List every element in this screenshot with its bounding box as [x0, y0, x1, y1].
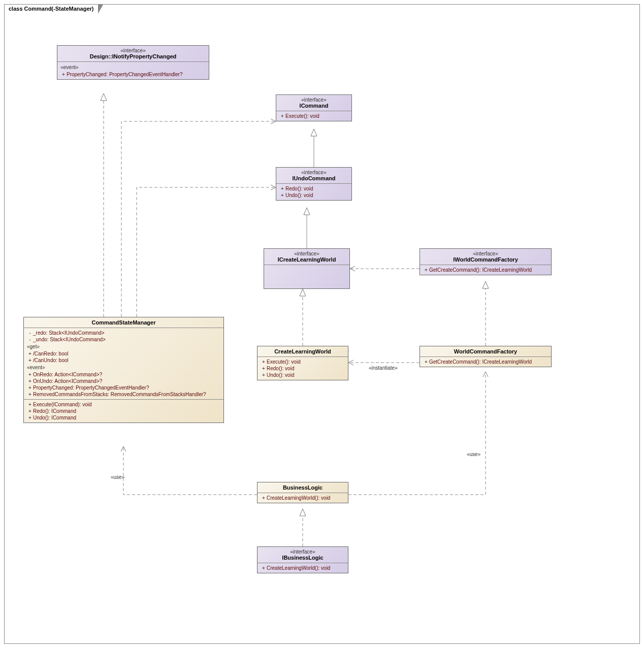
box-businesslogic: BusinessLogic +CreateLearningWorld(): vo… [257, 482, 348, 503]
frame-tab: class Command(-StateManager) [4, 4, 99, 13]
label-use-csm: «use» [111, 474, 124, 480]
label-instantiate: «instantiate» [369, 365, 398, 371]
box-createlearningworld: CreateLearningWorld +Execute(): void +Re… [257, 346, 348, 380]
diagram-frame: class Command(-StateManager) «interface»… [4, 4, 640, 644]
box-iundocommand: «interface» IUndoCommand +Redo(): void +… [276, 167, 352, 201]
box-worldcommandfactory: WorldCommandFactory +GetCreateCommand():… [420, 346, 552, 367]
box-commandstatemanager: CommandStateManager -_redo: Stack<IUndoC… [23, 317, 224, 423]
diagram-title: class Command(-StateManager) [9, 6, 94, 12]
box-icommand: «interface» ICommand +Execute(): void [276, 94, 352, 121]
box-inotifypropertychanged: «interface» Design::INotifyPropertyChang… [57, 45, 209, 80]
box-icreatelearningworld: «interface» ICreateLearningWorld [264, 248, 350, 289]
label-use-wcf: «use» [467, 451, 480, 457]
box-ibusinesslogic: «interface» IBusinessLogic +CreateLearni… [257, 546, 348, 573]
box-iworldcommandfactory: «interface» IWorldCommandFactory +GetCre… [420, 248, 552, 275]
